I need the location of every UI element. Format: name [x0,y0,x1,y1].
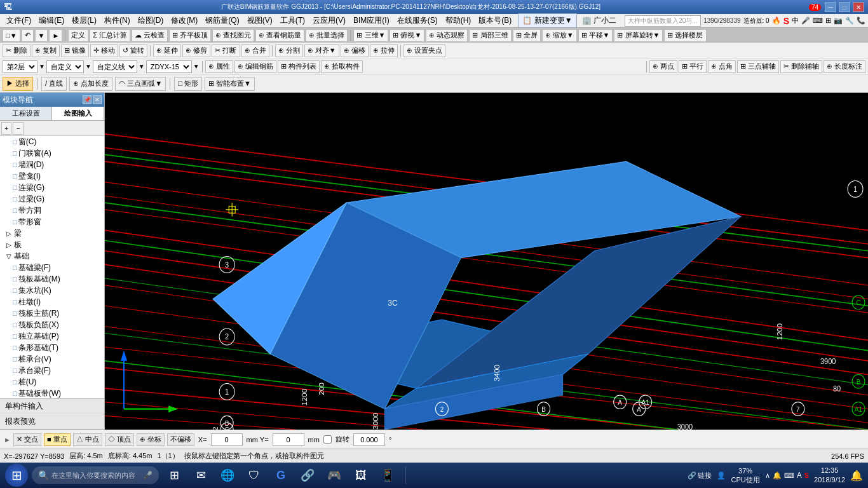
tb-trim-btn[interactable]: ⊕ 修剪 [182,44,210,57]
tb-dim-btn[interactable]: ⊕ 长度标注 [824,60,865,73]
tb-merge-btn[interactable]: ⊕ 合并 [241,44,269,57]
tb-align-btn[interactable]: ⊞ 齐平板顶 [169,29,211,42]
tb-batch-btn[interactable]: ⊕ 批量选择 [306,29,348,42]
menu-draw[interactable]: 绘图(D) [134,14,168,27]
line-name-select[interactable]: ZDYX-15 [146,60,192,73]
tree-item-column-cap[interactable]: □ 柱墩(I) [0,296,104,308]
line-type-select[interactable]: 自定义线 [93,60,137,73]
rotate-checkbox[interactable] [323,435,332,444]
tree-item-iso-found[interactable]: □ 独立基础(P) [0,330,104,342]
menu-version[interactable]: 版本号(B) [475,14,515,27]
draw-line-btn[interactable]: / 直线 [41,77,67,91]
tb-mirror-btn[interactable]: ⊞ 镜像 [61,44,89,57]
tree-item-beam[interactable]: ▷ 梁 [0,227,104,239]
tree-item-slab[interactable]: ▷ 板 [0,239,104,250]
maximize-button[interactable]: □ [839,2,850,12]
tree-item-niche[interactable]: □ 壁龛(I) [0,170,104,182]
tb-select-floor-btn[interactable]: ⊞ 选择楼层 [664,29,706,42]
menu-bim[interactable]: BIM应用(I) [349,14,393,27]
tree-item-found-beam[interactable]: □ 基础梁(F) [0,262,104,273]
s-systray-icon[interactable]: S [804,471,809,479]
tb-topview-btn[interactable]: ⊞ 俯视▼ [390,29,424,42]
menu-edit[interactable]: 编辑(E) [35,14,68,27]
tb-component-list-btn[interactable]: ⊞ 构件列表 [278,60,320,73]
menu-new-change[interactable]: 📋 新建变更▼ [518,13,576,28]
minimize-button[interactable]: ─ [825,2,836,12]
snap-endpoint-btn[interactable]: ■ 重点 [44,433,71,446]
draw-select-btn[interactable]: ▶ 选择 [3,77,33,91]
custom-select[interactable]: 自定义 [46,60,84,73]
tree-item-raft-neg[interactable]: □ 筏板负筋(X) [0,319,104,330]
sidebar-pin-btn[interactable]: 📌 [83,95,92,104]
tree-item-raft-main[interactable]: □ 筏板主筋(R) [0,308,104,319]
taskbar-person-icon[interactable]: 👤 [717,471,726,480]
menu-cloud[interactable]: 云应用(V) [309,14,349,27]
tb-fullscreen-btn[interactable]: ⊞ 全屏 [513,29,541,42]
tb-new-btn[interactable]: □▼ [3,29,20,42]
menu-file[interactable]: 文件(F) [3,14,35,27]
menu-component[interactable]: 构件(N) [100,14,134,27]
menu-rebar[interactable]: 钢筋量(Q) [201,14,243,27]
taskbar-ie[interactable]: 🌐 [216,464,239,487]
sidebar-tab-drawing[interactable]: 绘图输入 [52,107,104,120]
single-component-btn[interactable]: 单构件输入 [0,399,104,414]
tb-extend-btn[interactable]: ⊕ 延伸 [153,44,181,57]
tb-twopoint-btn[interactable]: ⊕ 两点 [649,60,677,73]
snap-vertex-btn[interactable]: ◇ 顶点 [105,433,134,446]
snap-midpoint-btn[interactable]: △ 中点 [73,433,102,446]
tb-delete-btn[interactable]: ✂ 删除 [3,44,31,57]
snap-coord-btn[interactable]: ⊕ 坐标 [137,433,165,446]
tree-item-cap-beam[interactable]: □ 承台梁(F) [0,365,104,376]
tb-split-btn[interactable]: ⊕ 分割 [275,44,303,57]
draw-smart-btn[interactable]: ⊞ 智能布置▼ [205,77,255,91]
sidebar-tb-btn2[interactable]: − [13,122,23,135]
notification-bell[interactable]: 🔔 [850,470,863,482]
tree-item-pile-cap[interactable]: □ 桩承台(V) [0,353,104,365]
sidebar-tab-engineering[interactable]: 工程设置 [0,107,52,120]
tree-item-coupling-beam[interactable]: □ 连梁(G) [0,182,104,193]
start-button[interactable]: ⊞ [5,464,28,487]
taskbar-link-icon[interactable]: 🔗 链接 [688,471,712,480]
tb-parallel-btn[interactable]: ⊞ 平行 [679,60,707,73]
tb-define-btn[interactable]: 定义 [68,29,88,42]
taskbar-game[interactable]: 🎮 [323,464,346,487]
menu-help[interactable]: 帮助(H) [442,14,475,27]
snap-intersection-btn[interactable]: ✕ 交点 [13,433,41,446]
tree-item-over-beam[interactable]: □ 过梁(G) [0,193,104,205]
tree-item-squarehole[interactable]: □ 带方洞 [0,205,104,216]
tb-pick-btn[interactable]: ⊕ 拾取构件 [321,60,363,73]
tb-delete-axis-btn[interactable]: ✂ 删除辅轴 [780,60,822,73]
tb-move-btn[interactable]: ✛ 移动 [90,44,118,57]
taskbar-chrome[interactable]: G [269,464,292,487]
tb-threepoint-btn[interactable]: ⊞ 三点辅轴 [737,60,779,73]
cortana-search[interactable]: 🔍 在这里输入你要搜索的内容 🎤 [32,466,159,484]
menu-floor[interactable]: 楼层(L) [68,14,100,27]
tb-align2-btn[interactable]: ⊕ 对齐▼ [304,44,339,57]
lang-icon[interactable]: A [797,471,802,480]
rotate-input[interactable] [353,433,385,446]
tree-item-foundation[interactable]: ▽ 基础 [0,250,104,262]
tb-view-rebar-btn[interactable]: ⊕ 查看钢筋量 [255,29,304,42]
menu-modify[interactable]: 修改(M) [167,14,201,27]
tree-item-stripwindow[interactable]: □ 带形窗 [0,216,104,227]
tb-pan-btn[interactable]: ⊞ 平移▼ [578,29,613,42]
tree-item-strip-found[interactable]: □ 条形基础(T) [0,342,104,353]
notification-icon[interactable]: 🔔 [773,471,782,480]
tb-copy-btn[interactable]: ⊕ 复制 [32,44,60,57]
tb-undo-btn[interactable]: ↶ [22,29,34,42]
menu-online[interactable]: 在线服务(S) [393,14,442,27]
tb-pointangle-btn[interactable]: ⊕ 点角 [708,60,736,73]
keyboard-systray-icon[interactable]: ⌨ [784,471,794,480]
menu-guangxiao[interactable]: 🏢 广小二 [578,14,620,27]
floor-select[interactable]: 第2层 [3,60,37,73]
tb-offset-btn[interactable]: ⊕ 偏移 [341,44,369,57]
draw-arc-btn[interactable]: ◠ 三点画弧▼ [115,77,166,91]
draw-rect-btn[interactable]: □ 矩形 [174,77,202,91]
tb-calc-btn[interactable]: Σ 汇总计算 [90,29,130,42]
taskbar-link[interactable]: 🔗 [296,464,319,487]
tb-edit-rebar-btn[interactable]: ⊕ 编辑钢筋 [234,60,276,73]
x-input[interactable] [211,433,243,446]
no-offset-btn[interactable]: 不偏移 [167,433,194,446]
taskbar-task-view[interactable]: ⊞ [163,464,186,487]
tb-find-btn[interactable]: ⊕ 查找图元 [212,29,254,42]
